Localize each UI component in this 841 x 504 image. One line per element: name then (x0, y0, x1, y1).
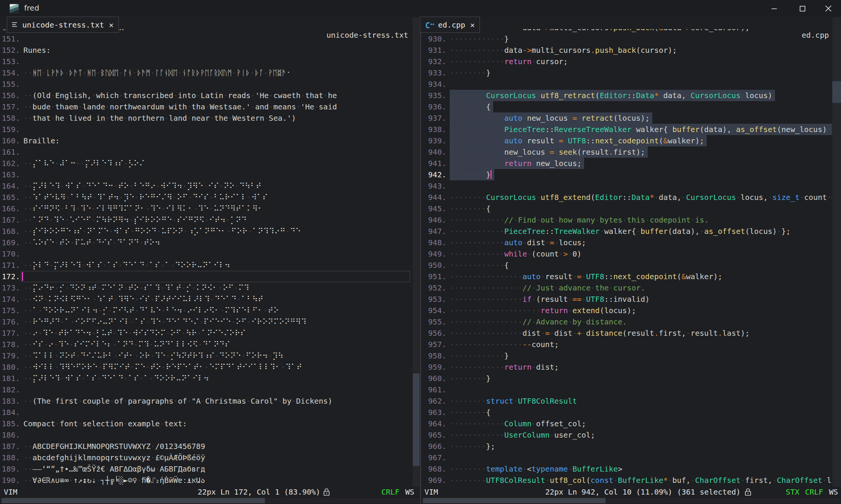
code-line-153[interactable]: 153. (0, 56, 411, 67)
left-vertical-scrollbar[interactable] (413, 17, 420, 487)
code-line-961[interactable]: 961. (421, 384, 832, 395)
code-line-954[interactable]: 954.····················return·extend(lo… (421, 305, 832, 316)
code-line-955[interactable]: 955.················//·Advance·by·distan… (421, 316, 832, 327)
code-line-163[interactable]: 163. (0, 169, 411, 180)
left-vertical-scrollbar-thumb[interactable] (413, 373, 420, 466)
code-line-946[interactable]: 946.············//·Find·out·how·many·byt… (421, 214, 832, 226)
code-line-178[interactable]: 178.··⠊⠎·⠔·⠹⠑·⠎⠊⠍⠊⠇⠑⠆·⠁⠝⠙·⠍⠹·⠥⠝⠙⠁⠇⠇⠪⠫·⠙⠁… (0, 339, 411, 350)
code-line-929[interactable]: 929.················data->multi_cursors.… (421, 29, 832, 33)
code-line-185[interactable]: 185.Compact·font·selection·example·text: (0, 418, 411, 429)
code-line-154[interactable]: 154.··ᚻᛖ·ᚳᚹᚫᚦ·ᚦᚫᛏ·ᚻᛖ·ᛒᚢᛞᛖ·ᚩᚾ·ᚦᚫᛗ·ᛚᚪᚾᛞᛖ·ᚾ… (0, 67, 411, 78)
code-line-155[interactable]: 155. (0, 78, 411, 90)
code-line-172[interactable]: 172. (0, 271, 411, 282)
code-line-171[interactable]: 171.··⡕⠇⠙·⡍⠜⠇⠑⠹·⠺⠁⠎·⠁⠎·⠙⠑⠁⠙·⠁⠎·⠁·⠙⠕⠕⠗⠤⠝⠁… (0, 260, 411, 271)
code-line-162[interactable]: 162.··⡌⠁⠧⠑·⠼⠁⠒··⡍⠜⠇⠑⠹⠰⠎·⡣⠕⠌ (0, 158, 411, 169)
code-line-165[interactable]: 165.··⠱⠁⠞⠑⠧⠻·⠁⠃⠳⠞·⠹⠁⠞⠲·⡹⠑·⠗⠑⠛⠊⠌⠻·⠕⠋·⠙⠊⠎·… (0, 192, 411, 203)
code-line-173[interactable]: 173.··⡍⠔⠙⠖·⡊·⠙⠕⠝⠰⠞·⠍⠑⠁⠝·⠞⠕·⠎⠁⠹·⠹⠁⠞·⡊·⠅⠝⠪… (0, 282, 411, 293)
code-line-935[interactable]: 935.········CursorLocus·utf8_retract(Edi… (421, 90, 832, 101)
code-line-968[interactable]: 968.········template·<typename·BufferLik… (421, 463, 832, 475)
right-vertical-scrollbar-thumb[interactable] (832, 81, 841, 103)
code-line-934[interactable]: 934. (421, 78, 832, 90)
code-line-182[interactable]: 182. (0, 384, 411, 395)
tab-ed-cpp[interactable]: C++ ed.cpp ✕ (420, 17, 480, 33)
code-line-964[interactable]: 964.············Column·offset_col; (421, 418, 832, 429)
maximize-button[interactable] (790, 0, 815, 17)
right-horizontal-scrollbar-thumb[interactable] (423, 498, 606, 503)
code-line-176[interactable]: 176.··⠗⠑⠛⠜⠙·⠁·⠊⠕⠋⠋⠔⠤⠝⠁⠊⠇·⠁⠎·⠹⠑·⠙⠑⠁⠙⠑⠌·⠏⠊… (0, 316, 411, 327)
editor-pane-unicode-stress[interactable]: 150.··ሰማይ·አይታረስ·ንጉሥ·አይከሰስ።151.152.Runes:… (0, 29, 411, 487)
code-line-966[interactable]: 966.········}; (421, 441, 832, 452)
code-line-949[interactable]: 949.············while·(count·>·0) (421, 248, 832, 260)
code-line-963[interactable]: 963.········{ (421, 407, 832, 418)
code-line-952[interactable]: 952.················//·Just·advance·the·… (421, 282, 832, 293)
code-line-166[interactable]: 166.··⠎⠊⠛⠝⠫·⠃⠹·⠹⠑·⠊⠇⠻⠛⠹⠍⠁⠝⠂·⠹⠑·⠊⠇⠻⠅⠂·⠹⠑·… (0, 203, 411, 214)
editor-pane-ed-cpp[interactable]: 929.················data->multi_cursors.… (421, 29, 832, 487)
minimize-button[interactable] (762, 0, 786, 17)
code-line-152[interactable]: 152.Runes: (0, 45, 411, 56)
code-line-938[interactable]: 938.············PieceTree::ReverseTreeWa… (421, 124, 832, 135)
code-line-187[interactable]: 187.··ABCDEFGHIJKLMNOPQRSTUVWXYZ·/012345… (0, 441, 411, 452)
code-line-945[interactable]: 945.········{ (421, 203, 832, 214)
code-line-948[interactable]: 948.············auto·dist·=·locus; (421, 237, 832, 248)
code-line-957[interactable]: 957.················--count; (421, 339, 832, 350)
close-button[interactable] (816, 0, 840, 17)
code-line-932[interactable]: 932.············return·cursor; (421, 56, 832, 67)
code-line-158[interactable]: 158.··that·he·lived·in·the·northern·land… (0, 112, 411, 124)
tab-close-icon[interactable]: ✕ (470, 20, 475, 29)
code-line-967[interactable]: 967. (421, 452, 832, 463)
selected-text: ········{ (450, 101, 493, 112)
floating-filename: unicode-stress.txt (326, 31, 408, 40)
code-line-950[interactable]: 950.············{ (421, 260, 832, 271)
code-line-939[interactable]: 939.············auto·result·=·UTF8::next… (421, 135, 832, 146)
code-line-956[interactable]: 956.················dist·=·dist·+·distan… (421, 327, 832, 339)
code-line-180[interactable]: 180.··⠺⠊⠇⠇·⠹⠻⠑⠋⠕⠗⠑·⠏⠻⠍⠊⠞·⠍⠑·⠞⠕·⠗⠑⠏⠑⠁⠞⠂·⠑… (0, 361, 411, 373)
code-line-177[interactable]: 177.··⠔·⠹⠑·⠞⠗⠁⠙⠑⠲·⡃⠥⠞·⠹⠑·⠺⠊⠎⠙⠕⠍·⠕⠋·⠳⠗·⠁⠝… (0, 327, 411, 339)
code-line-962[interactable]: 962.········struct·UTF8ColResult (421, 395, 832, 407)
code-line-960[interactable]: 960.········} (421, 373, 832, 384)
code-line-181[interactable]: 181.··⡍⠜⠇⠑⠹·⠺⠁⠎·⠁⠎·⠙⠑⠁⠙·⠁⠎·⠁·⠙⠕⠕⠗⠤⠝⠁⠊⠇⠲ (0, 373, 411, 384)
code-line-183[interactable]: 183.··(The·first·couple·of·paragraphs·of… (0, 395, 411, 407)
code-line-943[interactable]: 943. (421, 180, 832, 192)
code-line-169[interactable]: 169.··⠡⠕⠎⠑·⠞⠕·⠏⠥⠞·⠙⠊⠎·⠙⠁⠝⠙·⠞⠕⠲ (0, 237, 411, 248)
tab-unicode-stress-txt[interactable]: unicode-stress.txt ✕ (7, 17, 119, 33)
code-line-156[interactable]: 156.··(Old·English,·which·transcribed·in… (0, 90, 411, 101)
code-line-944[interactable]: 944.········CursorLocus·utf8_extend(Edit… (421, 192, 832, 203)
code-line-969[interactable]: 969.········UTF8ColResult·utf8_col(const… (421, 475, 832, 486)
tab-close-icon[interactable]: ✕ (109, 20, 114, 29)
code-line-175[interactable]: 175.··⠁·⠙⠕⠕⠗⠤⠝⠁⠊⠇⠲·⡊·⠍⠊⠣⠞·⠙⠁⠧⠑·⠃⠑⠲·⠔⠊⠇⠔⠫… (0, 305, 411, 316)
right-vertical-scrollbar[interactable] (832, 17, 841, 487)
code-line-160[interactable]: 160.Braille: (0, 135, 411, 146)
code-line-965[interactable]: 965.············UserColumn·user_col; (421, 429, 832, 441)
code-line-190[interactable]: 190.··∀∂∈ℝ∧∪≡∞·↑↗↨↻⇣·┐┼╔╘░►☺♀·ﬁ�⑀₂ἠḂӥẄɐː… (0, 475, 411, 486)
code-line-958[interactable]: 958.············} (421, 350, 832, 361)
code-line-959[interactable]: 959.············return·dist; (421, 361, 832, 373)
code-line-936[interactable]: 936.········{ (421, 101, 832, 112)
code-line-189[interactable]: 189.··–—‘“”„†•…‰™œŠŸž€·ΑΒΓΔΩαβγδω·АБВГДа… (0, 463, 411, 475)
code-line-931[interactable]: 931.············data->multi_cursors.push… (421, 45, 832, 56)
code-line-157[interactable]: 157.··bude·thaem·lande·northweardum·with… (0, 101, 411, 112)
code-line-930[interactable]: 930.············} (421, 33, 832, 45)
left-horizontal-scrollbar[interactable] (1, 498, 419, 503)
code-line-188[interactable]: 188.··abcdefghijklmnopqrstuvwxyz·£©µÀÆÖÞ… (0, 452, 411, 463)
pane-divider[interactable] (420, 17, 421, 504)
code-line-170[interactable]: 170. (0, 248, 411, 260)
code-line-167[interactable]: 167.··⠁⠝⠙·⠹⠑·⠡⠊⠑⠋·⠍⠳⠗⠝⠻⠲·⡎⠊⠗⠕⠕⠛⠑·⠎⠊⠛⠝⠫·⠊… (0, 214, 411, 226)
left-horizontal-scrollbar-thumb[interactable] (2, 498, 265, 503)
code-line-933[interactable]: 933.········} (421, 67, 832, 78)
code-line-951[interactable]: 951.················auto·result·=·UTF8::… (421, 271, 832, 282)
code-line-940[interactable]: 940.············new_locus·=·seek(result.… (421, 146, 832, 158)
code-line-953[interactable]: 953.················if·(result·==·UTF8::… (421, 293, 832, 305)
code-line-186[interactable]: 186. (0, 429, 411, 441)
code-line-942[interactable]: 942.········} (421, 169, 832, 180)
code-line-179[interactable]: 179.··⠩⠁⠇⠇·⠝⠕⠞·⠙⠊⠌⠥⠗⠃·⠊⠞⠂·⠕⠗·⠹⠑·⡊⠳⠝⠞⠗⠹⠰⠎… (0, 350, 411, 361)
code-line-161[interactable]: 161. (0, 146, 411, 158)
code-line-164[interactable]: 164.··⡍⠜⠇⠑⠹·⠺⠁⠎·⠙⠑⠁⠙⠒·⠞⠕·⠃⠑⠛⠔·⠺⠊⠹⠲·⡹⠻⠑·⠊… (0, 180, 411, 192)
right-horizontal-scrollbar[interactable] (422, 498, 840, 503)
code-line-159[interactable]: 159. (0, 124, 411, 135)
code-line-947[interactable]: 947.············PieceTree::TreeWalker·wa… (421, 226, 832, 237)
code-line-184[interactable]: 184. (0, 407, 411, 418)
code-line-174[interactable]: 174.··⠪⠝·⠅⠝⠪⠇⠫⠛⠑⠂·⠱⠁⠞·⠹⠻⠑·⠊⠎·⠏⠜⠞⠊⠊⠥⠇⠜⠇⠹·… (0, 293, 411, 305)
code-line-941[interactable]: 941.············return·new_locus; (421, 158, 832, 169)
code-line-168[interactable]: 168.··⡎⠊⠗⠕⠕⠛⠑⠰⠎·⠝⠁⠍⠑·⠺⠁⠎·⠛⠕⠕⠙·⠥⠏⠕⠝·⠰⡡⠁⠝⠛… (0, 226, 411, 237)
code-line-937[interactable]: 937.············auto·new_locus·=·retract… (421, 112, 832, 124)
